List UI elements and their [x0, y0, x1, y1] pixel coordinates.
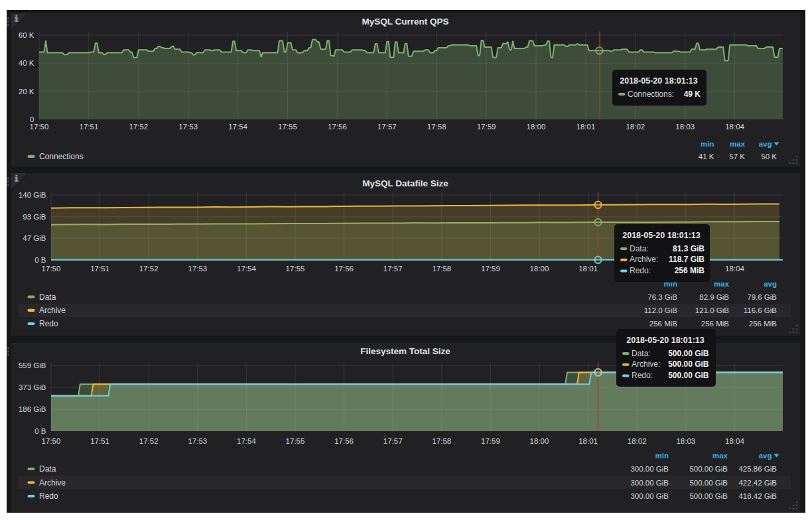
svg-text:17:56: 17:56 — [328, 123, 347, 131]
svg-text:17:55: 17:55 — [286, 437, 305, 445]
svg-text:min: min — [655, 452, 669, 460]
svg-text:40 K: 40 K — [19, 59, 34, 67]
svg-text:Connections: Connections — [39, 152, 84, 161]
svg-text:17:59: 17:59 — [481, 265, 500, 273]
svg-text:140 GiB: 140 GiB — [19, 191, 46, 199]
svg-text:256 MiB: 256 MiB — [749, 320, 778, 328]
svg-text:60 K: 60 K — [19, 31, 34, 39]
svg-text:Data: Data — [39, 464, 56, 474]
svg-text:17:58: 17:58 — [432, 437, 451, 445]
svg-text:MySQL Datafile Size: MySQL Datafile Size — [362, 178, 448, 188]
svg-text:17:54: 17:54 — [228, 123, 247, 131]
svg-text:49 K: 49 K — [684, 90, 701, 99]
svg-text:17:56: 17:56 — [334, 437, 354, 445]
svg-text:17:52: 17:52 — [129, 123, 148, 131]
svg-text:47 GiB: 47 GiB — [23, 234, 46, 242]
svg-text:18:00: 18:00 — [530, 437, 549, 445]
svg-text:17:58: 17:58 — [432, 265, 451, 273]
svg-text:186 GiB: 186 GiB — [19, 405, 46, 413]
svg-text:2018-05-20 18:01:13: 2018-05-20 18:01:13 — [626, 336, 704, 345]
svg-text:116.6 GiB: 116.6 GiB — [744, 306, 778, 314]
svg-text:500.00 GiB: 500.00 GiB — [668, 359, 709, 369]
svg-text:17:50: 17:50 — [30, 123, 49, 131]
svg-text:17:53: 17:53 — [188, 437, 207, 445]
svg-text:17:52: 17:52 — [139, 437, 159, 445]
svg-text:18:00: 18:00 — [530, 265, 549, 273]
svg-text:500.00 GiB: 500.00 GiB — [668, 371, 709, 380]
svg-text:avg: avg — [759, 452, 772, 460]
svg-text:Data:: Data: — [630, 244, 649, 253]
svg-text:300.00 GiB: 300.00 GiB — [630, 492, 669, 500]
svg-text:18:02: 18:02 — [628, 437, 647, 445]
svg-text:17:50: 17:50 — [42, 265, 61, 273]
svg-text:300.00 GiB: 300.00 GiB — [630, 479, 669, 487]
svg-text:17:51: 17:51 — [80, 123, 99, 131]
svg-text:Data: Data — [39, 292, 56, 302]
svg-text:2018-05-20 18:01:13: 2018-05-20 18:01:13 — [622, 231, 700, 240]
svg-text:17:58: 17:58 — [427, 123, 446, 131]
svg-text:81.3 GiB: 81.3 GiB — [673, 244, 705, 253]
svg-text:82.9 GiB: 82.9 GiB — [699, 293, 729, 301]
svg-text:17:53: 17:53 — [188, 265, 207, 273]
svg-text:18:04: 18:04 — [725, 123, 744, 131]
svg-text:17:59: 17:59 — [481, 437, 500, 445]
svg-text:17:54: 17:54 — [237, 437, 256, 445]
svg-text:121.0 GiB: 121.0 GiB — [695, 306, 729, 314]
svg-text:Archive: Archive — [39, 478, 66, 487]
svg-text:93 GiB: 93 GiB — [23, 213, 46, 221]
svg-text:256 MiB: 256 MiB — [675, 266, 705, 275]
svg-text:18:03: 18:03 — [676, 437, 695, 445]
svg-text:17:57: 17:57 — [377, 123, 397, 131]
svg-text:18:02: 18:02 — [626, 123, 645, 131]
svg-text:17:59: 17:59 — [477, 123, 496, 131]
svg-text:18:01: 18:01 — [578, 437, 598, 445]
svg-text:41 K: 41 K — [699, 153, 714, 161]
svg-text:118.7 GiB: 118.7 GiB — [669, 255, 705, 264]
svg-text:17:51: 17:51 — [90, 437, 109, 445]
svg-text:18:01: 18:01 — [578, 265, 598, 273]
svg-text:256 MiB: 256 MiB — [701, 320, 730, 328]
svg-text:18:03: 18:03 — [675, 123, 695, 131]
svg-text:0 B: 0 B — [34, 256, 46, 264]
svg-text:17:50: 17:50 — [42, 437, 61, 445]
svg-text:17:53: 17:53 — [178, 123, 198, 131]
svg-text:422.42 GiB: 422.42 GiB — [738, 479, 777, 487]
svg-text:500.00 GiB: 500.00 GiB — [689, 465, 728, 473]
svg-text:18:04: 18:04 — [725, 265, 744, 273]
svg-text:57 K: 57 K — [729, 153, 745, 161]
svg-text:17:55: 17:55 — [278, 123, 297, 131]
svg-text:Connections:: Connections: — [628, 90, 674, 99]
svg-text:112.0 GiB: 112.0 GiB — [644, 306, 678, 314]
svg-text:17:52: 17:52 — [139, 265, 159, 273]
svg-text:Data:: Data: — [632, 349, 651, 358]
svg-text:Archive: Archive — [39, 306, 66, 315]
svg-text:50 K: 50 K — [761, 153, 777, 161]
svg-text:Redo: Redo — [39, 491, 58, 501]
svg-text:256 MiB: 256 MiB — [649, 320, 678, 328]
svg-text:20 K: 20 K — [19, 88, 34, 96]
svg-text:79.6 GiB: 79.6 GiB — [747, 293, 777, 301]
svg-text:Archive:: Archive: — [630, 255, 658, 264]
svg-text:18:01: 18:01 — [576, 123, 596, 131]
svg-text:18:04: 18:04 — [725, 437, 744, 445]
svg-text:Archive:: Archive: — [632, 359, 660, 369]
svg-text:min: min — [701, 140, 714, 148]
svg-text:avg: avg — [759, 140, 772, 148]
svg-text:17:51: 17:51 — [90, 265, 109, 273]
svg-text:max: max — [714, 280, 730, 288]
svg-text:18:00: 18:00 — [527, 123, 546, 131]
svg-text:2018-05-20 18:01:13: 2018-05-20 18:01:13 — [620, 76, 697, 86]
svg-text:max: max — [730, 140, 746, 148]
svg-text:17:57: 17:57 — [383, 265, 403, 273]
svg-text:500.00 GiB: 500.00 GiB — [689, 492, 728, 500]
svg-text:Redo:: Redo: — [632, 371, 653, 380]
svg-text:17:57: 17:57 — [383, 437, 403, 445]
svg-text:418.42 GiB: 418.42 GiB — [738, 492, 777, 500]
svg-text:avg: avg — [764, 280, 777, 288]
svg-text:425.86 GiB: 425.86 GiB — [738, 465, 777, 473]
svg-text:Redo:: Redo: — [630, 266, 651, 275]
svg-text:500.00 GiB: 500.00 GiB — [668, 349, 709, 358]
svg-text:17:54: 17:54 — [237, 265, 256, 273]
svg-text:76.3 GiB: 76.3 GiB — [647, 293, 677, 301]
svg-text:300.00 GiB: 300.00 GiB — [630, 465, 669, 473]
